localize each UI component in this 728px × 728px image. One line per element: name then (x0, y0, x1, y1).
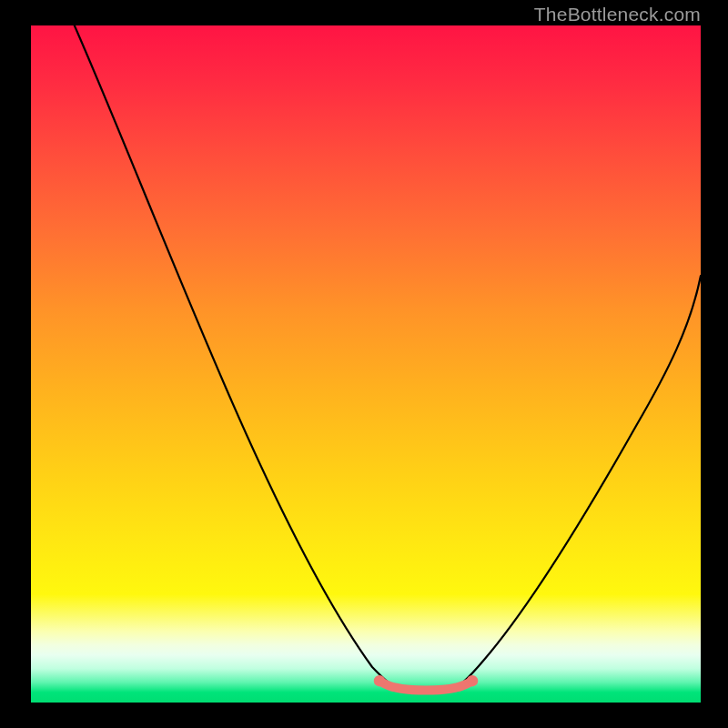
curve-svg (31, 25, 701, 703)
bottleneck-curve (75, 25, 701, 691)
plot-area (31, 25, 701, 703)
salmon-bottom-overlay (379, 681, 472, 690)
salmon-left-dot (374, 675, 385, 686)
salmon-right-dot (467, 675, 478, 686)
chart-container: TheBottleneck.com (0, 0, 728, 728)
watermark-text: TheBottleneck.com (534, 4, 701, 25)
